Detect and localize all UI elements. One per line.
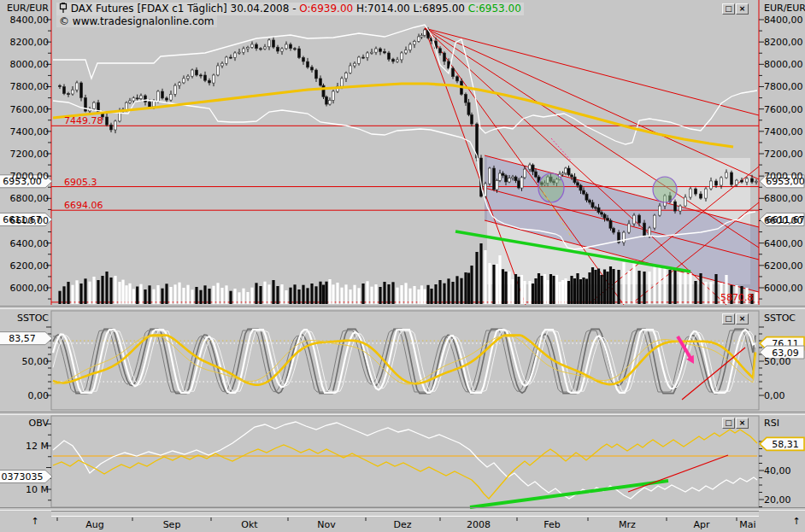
price-axis-label-left: 6600,00 [2,215,49,226]
price-marker-tag-text: 83,57 [9,333,36,344]
price-axis-label-right: 6800,00 [764,193,803,204]
sstoc-left-header: SSTOC [2,313,49,324]
price-axis-label-right: 8400,00 [764,15,803,26]
price-marker-tag-text: 0373035 [2,471,44,482]
sstoc-panel-buttons: □ × [722,313,749,324]
time-axis-label: Apr [683,519,720,530]
trendline-fan-ray [425,28,759,115]
time-axis-label: Mrz [608,519,646,530]
time-axis-label: Okt [231,519,268,530]
price-axis-label-right: 6600,00 [764,215,803,226]
price-axis-label-left: 6000,00 [2,283,49,294]
price-level-label: 5870.8 [720,293,754,303]
price-axis-label-right: 8200,00 [764,37,803,48]
sstoc-axis-label-right: 0,00 [764,390,785,401]
time-axis-label: Feb [533,519,571,530]
price-axis-label-left: 8400,00 [2,15,49,26]
pattern-circle-annotation [538,173,564,202]
magenta-dotted-line [551,138,571,161]
title-high: H:7014.00 [356,3,410,15]
price-axis-label-right: 7200,00 [764,149,803,160]
stoch-yellow [53,336,755,385]
obv-green-trendline [470,481,668,507]
price-axis-label-right: 6400,00 [764,238,803,249]
title-close: C:6953.00 [468,3,521,15]
sstoc-right-header: SSTOC [764,313,796,324]
rsi-axis-label: 40,00 [764,465,791,476]
close-button[interactable]: × [736,313,749,324]
panel-separator[interactable] [0,412,805,415]
price-axis-label-left: 7200,00 [2,149,49,160]
title-instrument: DAX Futures [FDAX c1 Täglich] [71,3,227,15]
scroll-up-arrow-left[interactable]: ↑ [29,516,41,528]
chart-title: DAX Futures [FDAX c1 Täglich] 30.04.2008… [56,3,524,15]
copyright-text: © www.tradesignalonline.com [56,15,217,27]
price-axis-label-left: 7400,00 [2,126,49,137]
right-axis-currency-label: EUR/EUR [764,3,805,14]
price-axis-label-left: 7800,00 [2,81,49,92]
price-axis-label-left: 6400,00 [2,238,49,249]
price-axis-label-left: 8000,00 [2,59,49,70]
chart-pin-icon [59,3,68,14]
rsi-red-trendline [628,455,728,492]
sstoc-axis-label-left: 50,00 [2,356,49,367]
obv-line [53,422,757,499]
price-axis-label-left: 6800,00 [2,193,49,204]
price-level-label: 6694.06 [64,201,103,211]
title-date: 30.04.2008 [231,3,290,15]
sstoc-axis-label-right: 50,00 [764,356,791,367]
price-level-label: 7449.78 [64,116,103,126]
price-marker-tag-text: 58,31 [772,439,799,450]
chart-canvas[interactable]: 6953,006953,006611,676611,6783,5776,1163… [0,0,805,532]
left-axis-currency-label: EUR/EUR [2,3,49,14]
obv-panel-buttons: □ × [722,418,749,429]
rsi-header: RSI [764,418,779,429]
time-axis-label: Nov [308,519,345,530]
time-axis-label: Aug [76,519,114,530]
obv-axis-label: 12 M [2,441,49,452]
rsi-axis-label: 20,00 [764,494,791,506]
main-panel-buttons: □ × [722,3,749,15]
rsi-line [53,430,757,499]
price-axis-label-right: 6000,00 [764,283,803,294]
pattern-circle-annotation [653,177,677,202]
stoch-yellow2 [53,336,755,384]
price-axis-label-right: 7000,00 [764,171,803,182]
maximize-button[interactable]: □ [722,313,735,324]
time-axis-label: Mai [729,519,767,530]
time-axis-label: Dez [384,519,421,530]
obv-plot-frame[interactable] [51,416,759,507]
sstoc-plot-frame[interactable] [51,311,759,410]
price-axis-label-right: 7800,00 [764,81,803,92]
maximize-button[interactable]: □ [722,3,735,15]
sstoc-axis-label-left: 0,00 [2,390,49,401]
price-axis-label-left: 8200,00 [2,37,49,48]
price-axis-label-left: 6200,00 [2,260,49,272]
panel-separator[interactable] [0,306,805,309]
obv-axis-label: 10 M [2,484,49,495]
close-button[interactable]: × [736,3,749,15]
price-axis-label-left: 7600,00 [2,104,49,115]
scroll-up-arrow-right[interactable]: ↑ [790,516,802,528]
title-low: L:6895.00 [414,3,465,15]
trendline-fan-ray [425,28,759,179]
title-open: O:6939.00 [299,3,353,15]
obv-header: OBV [2,418,49,429]
price-axis-label-right: 7600,00 [764,104,803,115]
moving-average-yellow [53,84,733,147]
time-axis-label: 2008 [460,519,497,530]
price-axis-label-left: 7000,00 [2,171,49,182]
price-axis-label-right: 7400,00 [764,126,803,137]
tradesignal-chart-window: { "window": { "title": { "instrument": "… [0,0,805,532]
title-dash: - [292,3,296,15]
maximize-button[interactable]: □ [722,418,735,429]
horizontal-scrollbar[interactable] [51,511,759,517]
time-axis-label: Sep [153,519,191,530]
price-level-label: 6905.3 [64,178,97,188]
price-axis-label-right: 6200,00 [764,260,803,272]
close-button[interactable]: × [736,418,749,429]
price-axis-label-right: 8000,00 [764,59,803,70]
